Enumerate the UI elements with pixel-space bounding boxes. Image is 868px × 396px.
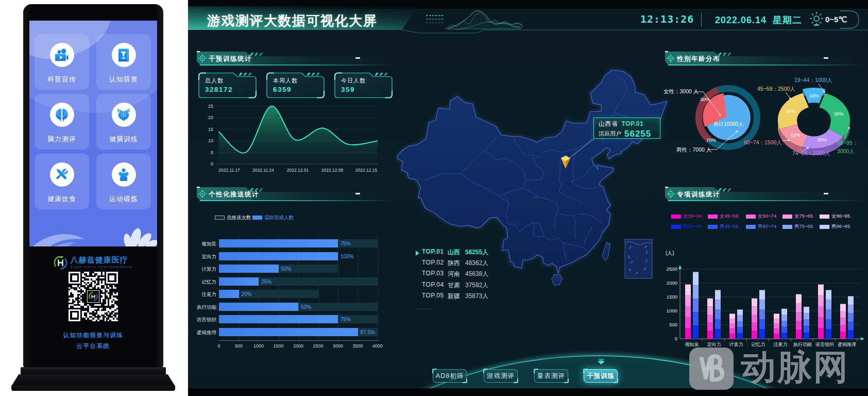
top-list-row-3[interactable]: TOP.03河南45638人 bbox=[415, 270, 533, 280]
bar-percent-label: 20% bbox=[242, 291, 252, 298]
app-card-6[interactable]: 运动锻炼 bbox=[96, 154, 151, 209]
stat-label: 总人数 bbox=[205, 77, 224, 85]
legend-swatch bbox=[708, 214, 718, 219]
bar-track: 75% bbox=[219, 239, 378, 248]
shape-rect bbox=[668, 200, 864, 201]
chart-text-label: 2022.12.15 bbox=[355, 168, 378, 173]
top-count: 35873人 bbox=[465, 292, 488, 301]
qr-center-logo bbox=[87, 290, 99, 303]
shape-circle bbox=[201, 57, 203, 59]
app-card-5[interactable]: 健康饮食 bbox=[35, 154, 89, 209]
shape-rect bbox=[197, 51, 200, 52]
bar-男-语言组织 bbox=[826, 319, 831, 329]
weather-widget[interactable]: 0~5℃ bbox=[808, 10, 861, 29]
bar-percent-label: 50% bbox=[301, 304, 311, 310]
top-rank: TOP.05 bbox=[422, 292, 444, 299]
footer-button-2[interactable]: 游戏测评 bbox=[484, 369, 518, 383]
gender-age-charts: 10%30%20%15%25% bbox=[663, 65, 867, 183]
bar-percent-label: 25% bbox=[261, 278, 271, 285]
collapse-icon[interactable] bbox=[824, 193, 828, 194]
shape-path bbox=[727, 53, 731, 56]
bar-女-记忆力 bbox=[752, 306, 757, 315]
shape-polyline bbox=[786, 92, 790, 98]
collapse-icon[interactable] bbox=[355, 193, 360, 194]
tooltip-rank: TOP.01 bbox=[622, 120, 644, 127]
bar-category-label: 记忆力 bbox=[188, 279, 216, 286]
bar-percent-label: 75% bbox=[341, 316, 351, 323]
kiosk-info-panel: 八赫兹健康医疗 Eight-Hertz Health&Medical bbox=[23, 246, 163, 368]
bar-category-label: 语言组织 bbox=[188, 317, 216, 323]
bar-男-逻辑推理 bbox=[848, 322, 854, 331]
bar-男-定向力 bbox=[715, 309, 721, 319]
shape-rect bbox=[438, 19, 440, 20]
bar-row-逻辑推理: 逻辑推理87.5% bbox=[195, 328, 396, 336]
page-title: 游戏测评大数据可视化大屏 bbox=[207, 12, 377, 30]
bar-女-定向力 bbox=[707, 323, 713, 331]
top-list-row-5[interactable]: TOP.05新疆35873人 bbox=[415, 292, 533, 303]
footer-button-4[interactable]: 干预训练 bbox=[584, 369, 618, 383]
panel-title: 个性化推送统计 bbox=[209, 190, 259, 199]
shape-path bbox=[254, 53, 259, 56]
brand-subtitle: Eight-Hertz Health&Medical bbox=[71, 265, 133, 269]
active-button-indicator bbox=[597, 359, 605, 366]
app-card-3[interactable]: 脑力测评 bbox=[35, 94, 89, 150]
bar-男-注意力 bbox=[781, 315, 787, 321]
top-province: 新疆 bbox=[448, 292, 460, 301]
chart-text-label: 0 bbox=[211, 161, 213, 167]
svg-group bbox=[31, 234, 84, 246]
svg-graphic bbox=[116, 107, 131, 123]
legend-swatch bbox=[820, 225, 829, 229]
footer-button-3[interactable]: 量表测评 bbox=[534, 369, 568, 383]
qr-code[interactable] bbox=[69, 272, 118, 321]
bar-row-计算力: 计算力50% bbox=[195, 265, 396, 273]
active-arrow-icon bbox=[416, 251, 419, 256]
bar-category-label: 执行功能 bbox=[188, 304, 216, 311]
shape-rect bbox=[432, 19, 434, 20]
collapse-icon[interactable] bbox=[824, 57, 828, 59]
top-count: 45638人 bbox=[465, 270, 488, 278]
layout-box: 活跃用户56255 bbox=[599, 129, 655, 139]
sun-icon bbox=[810, 12, 823, 25]
stat-value: 6359 bbox=[273, 86, 292, 93]
collapse-icon[interactable] bbox=[355, 57, 360, 59]
shape-rect bbox=[429, 19, 431, 20]
shape-circle bbox=[61, 48, 66, 54]
top-list-row-1[interactable]: TOP.01山西56255人 bbox=[415, 248, 533, 259]
legend-label: 男86~95 bbox=[831, 223, 850, 230]
top-list-row-4[interactable]: TOP.04甘肃37592人 bbox=[415, 281, 533, 292]
stat-value: 328172 bbox=[205, 86, 233, 93]
shape-path bbox=[239, 73, 243, 76]
top-list-row-2[interactable]: TOP.02陕西48362人 bbox=[415, 259, 533, 270]
legend-label: 男45~59 bbox=[720, 223, 738, 230]
chart-text-label: 20% bbox=[817, 137, 827, 142]
legend-swatch bbox=[708, 225, 718, 229]
bar-男-视知觉 bbox=[693, 285, 699, 299]
bar-女-视知觉 bbox=[685, 285, 691, 295]
bar-男-注意力 bbox=[781, 309, 787, 315]
panel-title: 专项训练统计 bbox=[677, 190, 720, 199]
bar-percent-label: 75% bbox=[341, 240, 351, 247]
footer-button-1[interactable]: AD8初筛 bbox=[433, 369, 467, 383]
svg-graphic bbox=[54, 47, 70, 63]
legend-swatch bbox=[671, 225, 681, 229]
shape-path bbox=[243, 73, 247, 76]
shape-path bbox=[810, 12, 823, 25]
shape-rect bbox=[429, 22, 431, 23]
bar-row-语言组织: 语言组织75% bbox=[195, 315, 396, 323]
brand-logo-icon bbox=[54, 256, 67, 270]
legend-label: 女60~74 bbox=[758, 213, 776, 220]
chart-text-label: 2022.12.01 bbox=[287, 168, 309, 173]
app-card-4[interactable]: 健脑训练 bbox=[96, 94, 151, 150]
shape-path bbox=[316, 73, 320, 76]
bar-女-视知觉 bbox=[685, 306, 691, 317]
bar-男-注意力 bbox=[781, 321, 787, 327]
shape-ellipse bbox=[797, 111, 830, 137]
legend-swatch bbox=[746, 225, 756, 229]
bar-category-label: 逻辑推理 bbox=[188, 329, 216, 336]
shape-path bbox=[722, 53, 727, 56]
app-card-1[interactable]: 科普宣传 bbox=[35, 34, 89, 90]
shape-path bbox=[248, 73, 252, 76]
bar-done bbox=[219, 328, 358, 336]
bar-男-记忆力 bbox=[759, 319, 765, 329]
app-card-2[interactable]: 认知筛查 bbox=[96, 34, 151, 90]
